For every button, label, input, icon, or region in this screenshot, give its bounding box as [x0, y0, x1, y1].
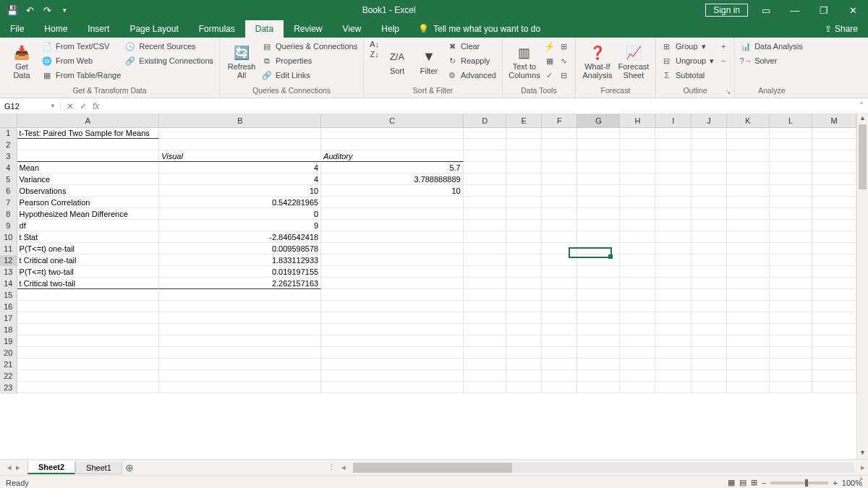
row-header-7[interactable]: 7	[0, 197, 17, 209]
cell-C19[interactable]	[321, 336, 464, 347]
cell-J7[interactable]	[692, 197, 727, 208]
ribbon-display-options-icon[interactable]: ▭	[755, 5, 777, 16]
cell-B2[interactable]	[159, 140, 321, 150]
sheet-nav-prev-icon[interactable]: ◂	[7, 463, 12, 472]
cell-G1[interactable]	[577, 128, 620, 139]
cell-E2[interactable]	[506, 140, 542, 150]
redo-icon[interactable]: ↷	[39, 2, 55, 18]
from-table-range[interactable]: ▦From Table/Range	[42, 69, 121, 82]
cell-K22[interactable]	[727, 371, 770, 382]
zoom-knob[interactable]	[805, 479, 808, 487]
cell-A8[interactable]: Hypothesized Mean Difference	[17, 209, 160, 220]
cell-K2[interactable]	[727, 140, 770, 150]
queries-connections[interactable]: ▤Queries & Connections	[262, 40, 357, 53]
cell-C4[interactable]: 5.7	[321, 163, 464, 174]
row-header-9[interactable]: 9	[0, 221, 17, 232]
cell-C18[interactable]	[321, 325, 464, 335]
cell-G8[interactable]	[577, 209, 620, 220]
qat-customize-icon[interactable]: ▾	[56, 2, 72, 18]
cell-A2[interactable]	[17, 140, 160, 150]
cell-B5[interactable]: 4	[159, 174, 321, 185]
cell-E13[interactable]	[506, 267, 542, 278]
cell-C16[interactable]	[321, 301, 464, 312]
cell-E14[interactable]	[506, 278, 542, 289]
col-header-J[interactable]: J	[692, 114, 727, 127]
col-header-A[interactable]: A	[17, 114, 160, 127]
cell-L11[interactable]	[770, 244, 812, 254]
cell-M6[interactable]	[812, 186, 856, 197]
text-to-columns-button[interactable]: ▥ Text to Columns	[509, 40, 540, 83]
cell-E6[interactable]	[506, 186, 542, 197]
undo-icon[interactable]: ↶	[22, 2, 38, 18]
row-header-2[interactable]: 2	[0, 140, 17, 151]
cell-L10[interactable]	[770, 232, 812, 243]
cell-M18[interactable]	[812, 325, 856, 335]
cell-G9[interactable]	[577, 221, 620, 231]
cell-G22[interactable]	[577, 371, 620, 382]
cell-M17[interactable]	[812, 313, 856, 324]
cell-F21[interactable]	[542, 359, 577, 370]
advanced-filter[interactable]: ⚙Advanced	[447, 69, 496, 82]
cell-M10[interactable]	[812, 232, 856, 243]
view-page-break-icon[interactable]: ⊞	[751, 478, 757, 487]
row-header-5[interactable]: 5	[0, 174, 17, 186]
cell-G13[interactable]	[577, 267, 620, 278]
cancel-formula-icon[interactable]: ✕	[67, 101, 74, 111]
cell-G16[interactable]	[577, 301, 620, 312]
cell-A13[interactable]: P(T<=t) two-tail	[17, 267, 160, 278]
cell-J19[interactable]	[692, 336, 727, 347]
cell-D7[interactable]	[464, 197, 506, 208]
row-header-17[interactable]: 17	[0, 313, 17, 325]
cell-K19[interactable]	[727, 336, 770, 347]
cell-C7[interactable]	[321, 197, 464, 208]
row-header-11[interactable]: 11	[0, 244, 17, 255]
zoom-slider[interactable]	[770, 481, 828, 484]
cell-I11[interactable]	[655, 244, 691, 254]
cell-M16[interactable]	[812, 301, 856, 312]
cell-grid[interactable]: 1t-Test: Paired Two Sample for Means23Vi…	[0, 128, 856, 394]
col-header-G[interactable]: G	[577, 114, 620, 127]
cell-M4[interactable]	[812, 163, 856, 174]
cell-K3[interactable]	[727, 151, 770, 162]
cell-I5[interactable]	[655, 174, 691, 185]
cell-J4[interactable]	[692, 163, 727, 174]
cell-F8[interactable]	[542, 209, 577, 220]
cell-A22[interactable]	[17, 371, 160, 382]
cell-K4[interactable]	[727, 163, 770, 174]
from-text-csv[interactable]: 📄From Text/CSV	[42, 40, 121, 53]
col-header-I[interactable]: I	[656, 114, 692, 127]
cell-B14[interactable]: 2.262157163	[159, 278, 321, 289]
col-header-E[interactable]: E	[506, 114, 542, 127]
forecast-sheet-button[interactable]: 📈 Forecast Sheet	[618, 40, 650, 83]
cell-A14[interactable]: t Critical two-tail	[17, 278, 160, 289]
cell-C10[interactable]	[321, 232, 464, 243]
cell-F15[interactable]	[542, 290, 577, 301]
cell-G20[interactable]	[577, 348, 620, 359]
show-detail[interactable]: +	[718, 40, 728, 53]
cell-M1[interactable]	[812, 128, 856, 139]
cell-D21[interactable]	[464, 359, 506, 370]
cell-A19[interactable]	[17, 336, 160, 347]
cell-J21[interactable]	[692, 359, 727, 370]
cell-K12[interactable]	[727, 255, 770, 266]
tab-home[interactable]: Home	[34, 20, 77, 38]
cell-H19[interactable]	[620, 336, 655, 347]
cell-D23[interactable]	[464, 382, 506, 393]
refresh-all-button[interactable]: 🔄 Refresh All	[226, 40, 258, 83]
cell-E23[interactable]	[506, 382, 542, 393]
cell-I20[interactable]	[655, 348, 691, 359]
cell-D4[interactable]	[464, 163, 506, 174]
cell-A9[interactable]: df	[17, 221, 160, 231]
cell-H23[interactable]	[620, 382, 655, 393]
cell-I1[interactable]	[655, 128, 691, 139]
cell-D18[interactable]	[464, 325, 506, 335]
cell-L22[interactable]	[770, 371, 812, 382]
sort-button[interactable]: Z/A Sort	[383, 40, 411, 83]
cell-H12[interactable]	[620, 255, 655, 266]
cell-M5[interactable]	[812, 174, 856, 185]
cell-M15[interactable]	[812, 290, 856, 301]
cell-C11[interactable]	[321, 244, 464, 254]
col-header-B[interactable]: B	[159, 114, 321, 127]
cell-C13[interactable]	[321, 267, 464, 278]
scroll-down-icon[interactable]: ▼	[857, 449, 868, 459]
